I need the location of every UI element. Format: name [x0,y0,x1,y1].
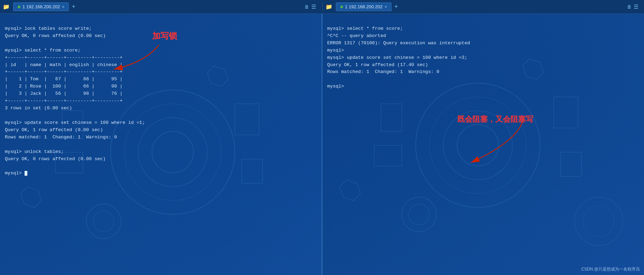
list-icon-right: ☰ [634,3,638,10]
folder-icon-right: 📁 [325,3,332,10]
folder-icon-left: 📁 [3,3,10,10]
tab-dot-right [340,6,343,8]
left-line-16: Rows matched: 1 Changed: 1 Warnings: 0 [5,135,117,140]
left-line-2: Query OK, 0 rows affected (0.00 sec) [5,33,106,38]
right-terminal[interactable]: mysql> select * from score; ^C^C -- quer… [327,18,639,98]
svg-point-16 [457,125,499,166]
tab-add-left[interactable]: + [72,3,75,10]
svg-point-24 [409,204,430,225]
right-line-3: ERROR 1317 (70100): Query execution was … [327,40,470,46]
svg-point-11 [93,211,114,232]
svg-rect-18 [374,145,402,166]
tab-dot-left [18,6,20,8]
right-line-6: Query OK, 1 row affected (17.40 sec) [327,62,428,67]
tab-item-left[interactable]: 1 192.168.200.202 × [13,2,69,11]
svg-marker-9 [21,187,42,208]
left-line-19: Query OK, 0 rows affected (0.00 sec) [5,156,106,162]
svg-rect-19 [554,97,578,128]
left-line-15: Query OK, 1 row affected (0.00 sec) [5,127,103,132]
svg-point-25 [574,197,623,246]
right-line-2: ^C^C -- query aborted [327,33,386,38]
left-line-14: mysql> update score set chinese = 100 wh… [5,120,145,125]
svg-point-13 [416,83,540,208]
tab-add-right[interactable]: + [394,3,398,10]
left-line-5: +------+------+------+---------+--------… [5,55,122,60]
tab-label-right: 1 192.168.200.202 [345,4,383,9]
right-line-1: mysql> select * from score; [327,26,403,31]
left-line-4: mysql> select * from score; [5,48,81,53]
left-line-8: | 1 | Tom | 67 | 88 | 95 | [5,76,122,82]
svg-rect-17 [381,104,402,131]
tab-bar: 📁 1 192.168.200.202 × + ≣ ☰ 📁 1 192.168.… [0,0,644,14]
left-line-11: +------+------+------+---------+--------… [5,98,122,103]
svg-point-26 [583,206,614,237]
tab-close-left[interactable]: × [62,4,64,9]
tab-label-left: 1 192.168.200.202 [22,4,60,9]
svg-point-15 [443,111,513,180]
list-icon-left: ☰ [311,3,316,10]
left-line-21: mysql> [5,171,27,176]
grid-icon-right: ≣ [627,3,631,10]
right-pane[interactable]: mysql> select * from score; ^C^C -- quer… [322,14,644,275]
attribution: CSDN @只是想成为一名程序员 [581,266,640,272]
svg-point-23 [402,197,436,232]
panes-container: mysql> lock tables score write; Query OK… [0,14,644,275]
left-line-1: mysql> lock tables score write; [5,26,92,31]
left-line-6: | id | name | math | english | chinese | [5,62,122,67]
tab-close-right[interactable]: × [385,4,387,9]
left-pane[interactable]: mysql> lock tables score write; Query OK… [0,14,322,275]
right-line-4: mysql> [327,48,344,53]
svg-marker-22 [340,180,360,201]
right-line-5: mysql> update score set chinese = 100 wh… [327,55,467,60]
cursor-left [25,171,27,176]
left-line-7: +------+------+------+---------+--------… [5,69,122,74]
grid-icon-left: ≣ [305,3,309,10]
tab-bar-left: 📁 1 192.168.200.202 × + ≣ ☰ [0,2,322,11]
svg-point-10 [86,204,121,239]
right-line-9: mysql> [327,84,347,89]
svg-rect-20 [561,152,581,176]
right-line-7: Rows matched: 1 Changed: 1 Warnings: 0 [327,69,439,74]
tab-item-right[interactable]: 1 192.168.200.202 × [336,2,392,11]
tab-bar-right: 📁 1 192.168.200.202 × + ≣ ☰ [322,2,644,11]
left-line-18: mysql> unlock tables; [5,149,64,154]
left-line-10: | 3 | Jack | 56 | 98 | 76 | [5,91,122,96]
annotation-block-write: 既会阻塞，又会阻塞写 [457,114,533,125]
left-line-9: | 2 | Rose | 100 | 66 | 90 | [5,84,122,89]
left-terminal[interactable]: mysql> lock tables score write; Query OK… [5,18,317,184]
left-line-12: 3 rows in set (0.00 sec) [5,106,72,111]
svg-point-14 [430,97,526,194]
